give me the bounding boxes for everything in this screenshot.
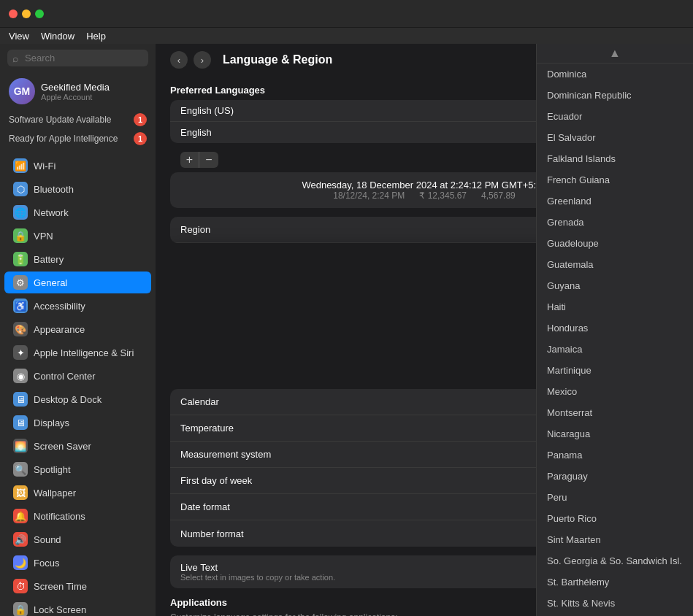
country-item[interactable]: Guyana (537, 275, 693, 296)
sidebar-label-accessibility: Accessibility (34, 301, 85, 312)
country-item[interactable]: Honduras (537, 317, 693, 339)
country-item[interactable]: Jamaica (537, 339, 693, 360)
sidebar-item-wifi[interactable]: 📶 Wi-Fi (4, 155, 151, 177)
forward-button[interactable]: › (194, 51, 211, 69)
sidebar-label-network: Network (34, 207, 69, 218)
sidebar-item-screen-saver[interactable]: 🌅 Screen Saver (4, 435, 151, 457)
country-item[interactable]: Mexico (537, 381, 693, 402)
region-label: Region (180, 224, 210, 235)
control-center-icon: ◉ (13, 369, 28, 383)
country-list: DominicaDominican RepublicEcuadorEl Salv… (537, 63, 693, 616)
country-item[interactable]: Falkland Islands (537, 148, 693, 169)
app-window: GM Geekified Media Apple Account Softwar… (0, 44, 693, 616)
datetime-currency: ₹ 12,345.67 (419, 190, 467, 201)
country-item[interactable]: Guatemala (537, 254, 693, 275)
sidebar-item-spotlight[interactable]: 🔍 Spotlight (4, 458, 151, 480)
scroll-up-button[interactable]: ▲ (537, 44, 693, 63)
software-update-label: Software Update Available (9, 115, 112, 125)
sidebar-item-displays[interactable]: 🖥 Displays (4, 412, 151, 434)
country-item[interactable]: Greenland (537, 190, 693, 212)
country-item[interactable]: Martinique (537, 360, 693, 381)
country-item[interactable]: Grenada (537, 212, 693, 233)
country-item[interactable]: Paraguay (537, 466, 693, 487)
network-icon: 🌐 (13, 205, 28, 220)
menu-view[interactable]: View (9, 31, 29, 42)
sound-icon: 🔊 (13, 532, 28, 547)
screen-time-icon: ⏱ (13, 579, 28, 593)
close-button[interactable] (9, 9, 18, 18)
sidebar-label-lock-screen: Lock Screen (34, 604, 86, 615)
search-section (0, 44, 156, 72)
sidebar-label-notifications: Notifications (34, 511, 85, 522)
focus-icon: 🌙 (13, 555, 28, 570)
sidebar-item-notifications[interactable]: 🔔 Notifications (4, 505, 151, 527)
number-format-label: Number format (180, 528, 244, 539)
sidebar-item-bluetooth[interactable]: ⬡ Bluetooth (4, 178, 151, 200)
sidebar-item-sound[interactable]: 🔊 Sound (4, 528, 151, 550)
appearance-icon: 🎨 (13, 322, 28, 336)
sidebar-item-battery[interactable]: 🔋 Battery (4, 248, 151, 270)
minimize-button[interactable] (22, 9, 31, 18)
software-update-item[interactable]: Software Update Available 1 (0, 110, 156, 129)
apple-intelligence-update-item[interactable]: Ready for Apple Intelligence 1 (0, 129, 156, 148)
apple-intelligence-badge: 1 (134, 132, 147, 145)
sidebar-label-battery: Battery (34, 254, 64, 265)
screen-saver-icon: 🌅 (13, 439, 28, 453)
sidebar-item-control-center[interactable]: ◉ Control Center (4, 365, 151, 387)
country-item[interactable]: Puerto Rico (537, 508, 693, 529)
accessibility-icon: ♿ (13, 299, 28, 313)
avatar: GM (9, 78, 35, 104)
sidebar-item-network[interactable]: 🌐 Network (4, 201, 151, 223)
sidebar-item-desktop-dock[interactable]: 🖥 Desktop & Dock (4, 388, 151, 410)
country-item[interactable]: Panama (537, 444, 693, 466)
country-item[interactable]: Peru (537, 487, 693, 508)
country-item[interactable]: French Guiana (537, 169, 693, 190)
sidebar-item-apple-intelligence[interactable]: ✦ Apple Intelligence & Siri (4, 342, 151, 363)
search-wrapper (7, 50, 148, 66)
add-language-button[interactable]: + (180, 152, 199, 168)
country-item[interactable]: Guadeloupe (537, 233, 693, 254)
menu-window[interactable]: Window (41, 31, 74, 42)
sidebar-label-desktop-dock: Desktop & Dock (34, 394, 102, 405)
country-item[interactable]: Dominica (537, 63, 693, 85)
sidebar-label-displays: Displays (34, 417, 69, 428)
user-profile[interactable]: GM Geekified Media Apple Account (0, 72, 156, 110)
country-item[interactable]: El Salvador (537, 127, 693, 148)
sidebar-label-control-center: Control Center (34, 371, 96, 382)
maximize-button[interactable] (35, 9, 44, 18)
window-header (0, 0, 693, 28)
general-icon: ⚙ (13, 275, 28, 290)
sidebar-item-appearance[interactable]: 🎨 Appearance (4, 318, 151, 340)
remove-language-button[interactable]: − (199, 152, 218, 168)
sidebar-label-bluetooth: Bluetooth (34, 184, 74, 195)
country-item[interactable]: Ecuador (537, 106, 693, 127)
country-item[interactable]: St. Kitts & Nevis (537, 593, 693, 614)
main-content: ‹ › Language & Region Preferred Language… (156, 44, 693, 616)
country-item[interactable]: St. Barthélemy (537, 571, 693, 593)
country-panel: ▲ DominicaDominican RepublicEcuadorEl Sa… (536, 44, 693, 616)
menu-help[interactable]: Help (86, 31, 106, 42)
country-item[interactable]: Nicaragua (537, 423, 693, 444)
country-item[interactable]: So. Georgia & So. Sandwich Isl. (537, 550, 693, 571)
lang-name-en: English (180, 127, 212, 138)
sidebar-item-screen-time[interactable]: ⏱ Screen Time (4, 575, 151, 597)
sidebar-item-general[interactable]: ⚙ General (4, 272, 151, 293)
sidebar-item-vpn[interactable]: 🔒 VPN (4, 225, 151, 247)
back-button[interactable]: ‹ (170, 51, 188, 69)
country-item[interactable]: Montserrat (537, 402, 693, 423)
country-item[interactable]: Dominican Republic (537, 85, 693, 106)
country-item[interactable]: Sint Maarten (537, 529, 693, 550)
measurement-label: Measurement system (180, 449, 271, 460)
sidebar-item-wallpaper[interactable]: 🖼 Wallpaper (4, 482, 151, 504)
sidebar-label-wallpaper: Wallpaper (34, 488, 76, 498)
sidebar-label-screen-time: Screen Time (34, 581, 87, 592)
sidebar-item-lock-screen[interactable]: 🔒 Lock Screen (4, 598, 151, 616)
live-text-desc: Select text in images to copy or take ac… (180, 573, 335, 582)
live-text-info: Live Text Select text in images to copy … (180, 562, 335, 582)
country-item[interactable]: Haiti (537, 296, 693, 317)
sidebar-item-focus[interactable]: 🌙 Focus (4, 552, 151, 574)
search-input[interactable] (7, 50, 148, 66)
first-day-label: First day of week (180, 475, 252, 486)
sidebar-item-accessibility[interactable]: ♿ Accessibility (4, 295, 151, 317)
datetime-number: 4,567.89 (481, 190, 516, 201)
